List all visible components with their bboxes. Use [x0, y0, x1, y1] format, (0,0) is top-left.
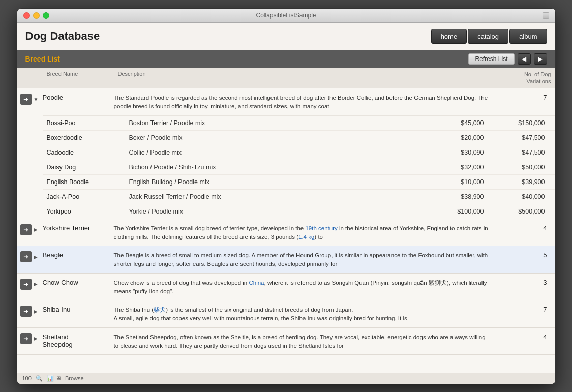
col-actions	[17, 71, 43, 85]
shiba-inu-desc: The Shiba Inu (柴犬) is the smallest of th…	[114, 305, 494, 323]
var-name: Bossi-Poo	[43, 119, 129, 127]
minimize-button[interactable]	[33, 12, 40, 19]
header-bar: Dog Database home catalog album	[17, 23, 555, 50]
var-name: Jack-A-Poo	[43, 193, 129, 200]
shetland-expand-arrow[interactable]: ▶	[34, 336, 38, 341]
yorkshire-name: Yorkshire Terrier	[43, 223, 114, 232]
poodle-variations: Bossi-Poo Boston Terrier / Poodle mix $4…	[43, 115, 555, 219]
chow-chow-expand-arrow[interactable]: ▶	[34, 281, 38, 287]
var-name: Boxerdoodle	[43, 134, 129, 141]
col-variations: No. of Dog Variations	[494, 71, 555, 85]
poodle-desc: The Standard Poodle is regarded as the s…	[114, 93, 494, 111]
breed-main-chow-chow: ➜ ▶ Chow Chow Chow chow is a breed of do…	[17, 274, 555, 300]
breed-row-poodle: ➜ ▼ Poodle The Standard Poodle is regard…	[17, 88, 555, 219]
var-low-price: $32,000	[433, 164, 494, 171]
var-name: English Boodle	[43, 178, 129, 186]
section-title: Breed List	[25, 55, 60, 63]
title-bar: CollapsibleListSample	[17, 9, 555, 23]
beagle-count: 5	[494, 250, 555, 259]
poodle-expand-arrow[interactable]: ▼	[34, 97, 39, 102]
col-description: Description	[114, 71, 494, 85]
var-low-price: $100,000	[433, 208, 494, 215]
beagle-name: Beagle	[43, 250, 114, 259]
var-high-price: $39,900	[494, 178, 555, 186]
poodle-count: 7	[494, 93, 555, 101]
var-desc: Bichon / Poodle / Shih-Tzu mix	[129, 164, 433, 171]
chow-chow-actions: ➜ ▶	[17, 278, 43, 290]
shetland-name: ShetlandSheepdog	[43, 332, 114, 348]
poodle-navigate-button[interactable]: ➜	[20, 94, 32, 105]
chow-chow-navigate-button[interactable]: ➜	[20, 279, 32, 290]
var-high-price: $50,000	[494, 164, 555, 171]
zoom-icon: 🔍	[36, 375, 43, 382]
prev-arrow[interactable]: ◀	[518, 53, 531, 65]
variation-daisy-dog: Daisy Dog Bichon / Poodle / Shih-Tzu mix…	[43, 160, 555, 175]
breed-row-yorkshire: ➜ ▶ Yorkshire Terrier The Yorkshire Terr…	[17, 219, 555, 247]
shiba-inu-actions: ➜ ▶	[17, 305, 43, 317]
var-low-price: $20,000	[433, 134, 494, 141]
breed-main-yorkshire: ➜ ▶ Yorkshire Terrier The Yorkshire Terr…	[17, 219, 555, 246]
beagle-expand-arrow[interactable]: ▶	[34, 254, 38, 260]
var-desc: Collie / Poodle mix	[129, 149, 433, 156]
status-bar: 100 🔍 📊 🖥 Browse	[17, 373, 555, 384]
var-low-price: $38,900	[433, 193, 494, 200]
breed-row-shetland: ➜ ▶ ShetlandSheepdog The Shetland Sheepd…	[17, 328, 555, 355]
var-desc: Boston Terrier / Poodle mix	[129, 119, 433, 127]
breed-row-shiba-inu: ➜ ▶ Shiba Inu The Shiba Inu (柴犬) is the …	[17, 300, 555, 328]
maximize-button[interactable]	[43, 12, 49, 19]
section-bar: Breed List Refresh List ◀ ▶	[17, 50, 555, 68]
beagle-navigate-button[interactable]: ➜	[20, 251, 32, 262]
var-high-price: $500,000	[494, 208, 555, 215]
main-window: CollapsibleListSample Dog Database home …	[17, 8, 556, 384]
var-desc: Jack Russell Terrier / Poodle mix	[129, 193, 433, 200]
variation-bossi-poo: Bossi-Poo Boston Terrier / Poodle mix $4…	[43, 116, 555, 131]
shiba-inu-expand-arrow[interactable]: ▶	[34, 309, 38, 314]
close-button[interactable]	[23, 12, 30, 19]
home-button[interactable]: home	[431, 29, 467, 44]
column-headers: Breed Name Description No. of Dog Variat…	[17, 68, 555, 89]
refresh-button[interactable]: Refresh List	[468, 53, 514, 65]
yorkshire-expand-arrow[interactable]: ▶	[34, 227, 38, 232]
album-button[interactable]: album	[509, 29, 547, 44]
breed-main-shiba-inu: ➜ ▶ Shiba Inu The Shiba Inu (柴犬) is the …	[17, 300, 555, 327]
zoom-value: 100	[22, 375, 32, 381]
traffic-lights	[23, 12, 49, 19]
beagle-actions: ➜ ▶	[17, 250, 43, 262]
next-arrow[interactable]: ▶	[534, 53, 547, 65]
variation-cadoodle: Cadoodle Collie / Poodle mix $30,090 $47…	[43, 145, 555, 160]
shetland-desc: The Shetland Sheepdog, often known as th…	[114, 332, 494, 351]
chow-chow-count: 3	[494, 278, 555, 286]
breed-main-beagle: ➜ ▶ Beagle The Beagle is a breed of smal…	[17, 246, 555, 273]
resize-icon[interactable]	[543, 12, 549, 19]
status-icons: 📊 🖥	[47, 375, 61, 382]
var-desc: Boxer / Poodle mix	[129, 134, 433, 141]
catalog-button[interactable]: catalog	[468, 29, 508, 44]
var-name: Cadoodle	[43, 149, 129, 156]
yorkshire-actions: ➜ ▶	[17, 223, 43, 235]
var-desc: Yorkie / Poodle mix	[129, 208, 433, 215]
var-high-price: $47,500	[494, 149, 555, 156]
breed-row-beagle: ➜ ▶ Beagle The Beagle is a breed of smal…	[17, 246, 555, 274]
var-low-price: $10,000	[433, 178, 494, 186]
var-name: Yorkipoo	[43, 208, 129, 215]
var-high-price: $47,500	[494, 134, 555, 141]
chow-chow-desc: Chow chow is a breed of dog that was dev…	[114, 278, 494, 296]
section-actions: Refresh List ◀ ▶	[468, 53, 547, 65]
var-high-price: $40,000	[494, 193, 555, 200]
shiba-inu-navigate-button[interactable]: ➜	[20, 306, 32, 317]
yorkshire-count: 4	[494, 223, 555, 232]
variation-yorkipoo: Yorkipoo Yorkie / Poodle mix $100,000 $5…	[43, 204, 555, 219]
breed-row-chow-chow: ➜ ▶ Chow Chow Chow chow is a breed of do…	[17, 274, 555, 301]
breed-main-poodle: ➜ ▼ Poodle The Standard Poodle is regard…	[17, 88, 555, 115]
shetland-navigate-button[interactable]: ➜	[20, 333, 32, 344]
poodle-actions: ➜ ▼	[17, 93, 43, 105]
col-breed-name: Breed Name	[43, 71, 114, 85]
breed-main-shetland: ➜ ▶ ShetlandSheepdog The Shetland Sheepd…	[17, 328, 555, 355]
yorkshire-desc: The Yorkshire Terrier is a small dog bre…	[114, 223, 494, 242]
app-title: Dog Database	[25, 29, 100, 43]
window-title: CollapsibleListSample	[256, 12, 316, 19]
variation-english-boodle: English Boodle English Bulldog / Poodle …	[43, 175, 555, 190]
variation-boxerdoodle: Boxerdoodle Boxer / Poodle mix $20,000 $…	[43, 131, 555, 145]
shetland-actions: ➜ ▶	[17, 332, 43, 344]
yorkshire-navigate-button[interactable]: ➜	[20, 224, 32, 235]
